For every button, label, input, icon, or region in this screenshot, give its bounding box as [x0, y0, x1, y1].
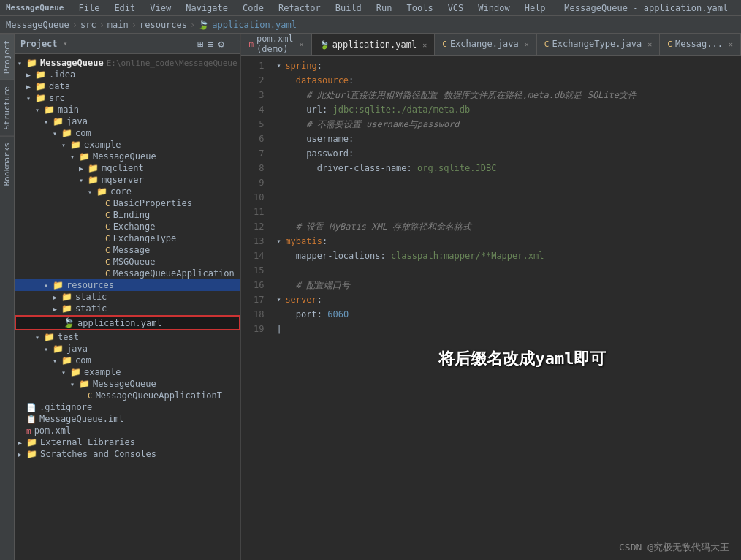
menu-edit[interactable]: Edit [111, 1, 138, 15]
tree-mqapp[interactable]: ▶ C MessageQueueApplication [15, 268, 240, 279]
code-line-9 [276, 175, 735, 190]
tab-close-yaml[interactable]: ✕ [422, 41, 427, 49]
tab-close-exchange[interactable]: ✕ [525, 40, 529, 48]
tree-java-main[interactable]: ▾ 📁 java [15, 116, 240, 127]
tab-pom[interactable]: m pom.xml (demo) ✕ [241, 34, 311, 55]
tree-static[interactable]: ▶ 📁 static [15, 291, 240, 303]
tree-message[interactable]: ▶ C Message [15, 244, 240, 256]
code-line-10 [276, 190, 735, 205]
tree-ext-libs[interactable]: ▶ 📁 External Libraries [15, 436, 240, 448]
tab-exchangetype[interactable]: C ExchangeType.java ✕ [537, 34, 660, 55]
tree-src[interactable]: ▾ 📁 src [15, 92, 240, 104]
tree-test-example[interactable]: ▾ 📁 example [15, 366, 240, 378]
panel-icon-expand[interactable]: ≡ [208, 38, 213, 50]
tab-close-exchangetype[interactable]: ✕ [647, 40, 652, 48]
code-line-12: ▾ # 设置 MyBatis XML 存放路径和命名格式 [276, 219, 735, 234]
tree-gitignore[interactable]: ▶ 📄 .gitignore [15, 401, 240, 413]
menu-view[interactable]: View [147, 1, 174, 15]
tree-idea[interactable]: ▶ 📁 .idea [15, 69, 240, 80]
breadcrumb: MessageQueue › src › main › resources › … [0, 16, 741, 34]
panel-icon-collapse[interactable]: ⊞ [197, 38, 203, 50]
line-numbers: 1 2 3 4 5 6 7 8 9 10 11 12 13 14 15 16 1… [241, 56, 270, 560]
code-line-19: | [276, 322, 735, 336]
tree-templates[interactable]: ▶ 📁 static [15, 303, 240, 314]
tree-main[interactable]: ▾ 📁 main [15, 104, 240, 116]
tree-test-com[interactable]: ▾ 📁 com [15, 355, 240, 366]
tree-basicprops[interactable]: ▶ C BasicProperties [15, 197, 240, 209]
tab-close-pom[interactable]: ✕ [300, 40, 304, 48]
tree-mq-folder[interactable]: ▾ 📁 MessageQueue [15, 151, 240, 162]
tree-scratches[interactable]: ▶ 📁 Scratches and Consoles [15, 448, 240, 460]
menu-code[interactable]: Code [240, 1, 267, 15]
breadcrumb-sep-1: › [72, 20, 77, 30]
code-line-11 [276, 205, 735, 219]
tree-example[interactable]: ▾ 📁 example [15, 139, 240, 151]
menu-bar: MessageQueue File Edit View Navigate Cod… [0, 0, 741, 16]
tree-pom[interactable]: ▶ m pom.xml [15, 425, 240, 436]
tab-message[interactable]: C Messag... ✕ [660, 34, 741, 55]
tree-resources[interactable]: ▾ 📁 resources [15, 279, 240, 291]
side-tab-project[interactable]: Project [0, 34, 14, 80]
menu-build[interactable]: Build [332, 1, 365, 15]
tabs-bar: m pom.xml (demo) ✕ 🍃 application.yaml ✕ … [241, 34, 741, 56]
code-line-5: ▾ # 不需要设置 username与password [276, 117, 735, 132]
breadcrumb-sep-3: › [132, 20, 137, 30]
breadcrumb-main[interactable]: main [107, 20, 129, 30]
tree-iml[interactable]: ▶ 📋 MessageQueue.iml [15, 413, 240, 425]
tab-exchange[interactable]: C Exchange.java ✕ [435, 34, 537, 55]
menu-tools[interactable]: Tools [404, 1, 436, 15]
code-line-7: ▾ password: [276, 146, 735, 161]
breadcrumb-sep-4: › [190, 20, 195, 30]
tree-exchange[interactable]: ▶ C Exchange [15, 221, 240, 232]
breadcrumb-resources[interactable]: resources [140, 20, 187, 30]
tab-close-message[interactable]: ✕ [729, 40, 733, 48]
main-layout: Project Structure Bookmarks Project ▾ ⊞ … [0, 34, 741, 560]
code-line-16: ▾ # 配置端口号 [276, 278, 735, 292]
code-line-13: ▾mybatis: [276, 234, 735, 249]
tree-test-mqappt[interactable]: ▶ C MessageQueueApplicationT [15, 390, 240, 401]
code-line-2: ▾ datasource: [276, 73, 735, 88]
project-panel-header: Project ▾ ⊞ ≡ ⚙ — [15, 34, 240, 54]
breadcrumb-src[interactable]: src [80, 20, 96, 30]
tree-data[interactable]: ▶ 📁 data [15, 80, 240, 92]
code-editor[interactable]: 1 2 3 4 5 6 7 8 9 10 11 12 13 14 15 16 1… [241, 56, 741, 560]
code-line-15 [276, 263, 735, 278]
code-line-1: ▾spring: [276, 58, 735, 73]
menu-help[interactable]: Help [522, 1, 549, 15]
watermark: CSDN @究极无敌代码大王 [619, 541, 729, 554]
breadcrumb-file[interactable]: application.yaml [212, 20, 297, 30]
tree-com[interactable]: ▾ 📁 com [15, 127, 240, 139]
left-side-tabs: Project Structure Bookmarks [0, 34, 15, 560]
panel-icon-close[interactable]: — [229, 38, 235, 50]
tree-root[interactable]: ▾ 📁 MessageQueue E:\online_code\MessageQ… [15, 57, 240, 69]
tree-msgqueue[interactable]: ▶ C MSGQueue [15, 256, 240, 268]
code-line-14: ▾ mapper-locations: classpath:mapper/**M… [276, 249, 735, 263]
side-tab-structure[interactable]: Structure [0, 80, 14, 136]
menu-vcs[interactable]: VCS [445, 1, 467, 15]
tree-application-yaml[interactable]: ▶ 🍃 application.yaml [15, 315, 240, 330]
tree-java-test[interactable]: ▾ 📁 java [15, 343, 240, 355]
menu-refactor[interactable]: Refactor [276, 1, 324, 15]
menu-navigate[interactable]: Navigate [183, 1, 231, 15]
code-line-3: ▾ # 此处url直接使用相对路径配置 数据库文件所在路径,meta.db就是 … [276, 88, 735, 102]
menu-window[interactable]: Window [475, 1, 512, 15]
tree-exchangetype[interactable]: ▶ C ExchangeType [15, 232, 240, 244]
tree-core[interactable]: ▾ 📁 core [15, 186, 240, 197]
code-content[interactable]: ▾spring: ▾ datasource: ▾ # 此处url直接使用相对路径… [270, 56, 741, 560]
panel-icon-settings[interactable]: ⚙ [218, 38, 224, 50]
project-title: Project [20, 39, 58, 49]
file-tree: ▾ 📁 MessageQueue E:\online_code\MessageQ… [15, 54, 240, 560]
tree-mqclient[interactable]: ▶ 📁 mqclient [15, 162, 240, 174]
breadcrumb-root[interactable]: MessageQueue [6, 20, 69, 30]
code-line-6: ▾ username: [276, 132, 735, 146]
tree-binding[interactable]: ▶ C Binding [15, 209, 240, 221]
tab-yaml[interactable]: 🍃 application.yaml ✕ [312, 34, 436, 55]
side-tab-bookmarks[interactable]: Bookmarks [0, 136, 14, 192]
menu-run[interactable]: Run [373, 1, 395, 15]
tree-test[interactable]: ▾ 📁 test [15, 331, 240, 343]
tree-mqserver[interactable]: ▾ 📁 mqserver [15, 174, 240, 186]
breadcrumb-sep-2: › [99, 20, 104, 30]
editor-area: m pom.xml (demo) ✕ 🍃 application.yaml ✕ … [241, 34, 741, 560]
tree-test-mq[interactable]: ▾ 📁 MessageQueue [15, 378, 240, 390]
menu-file[interactable]: File [75, 1, 102, 15]
